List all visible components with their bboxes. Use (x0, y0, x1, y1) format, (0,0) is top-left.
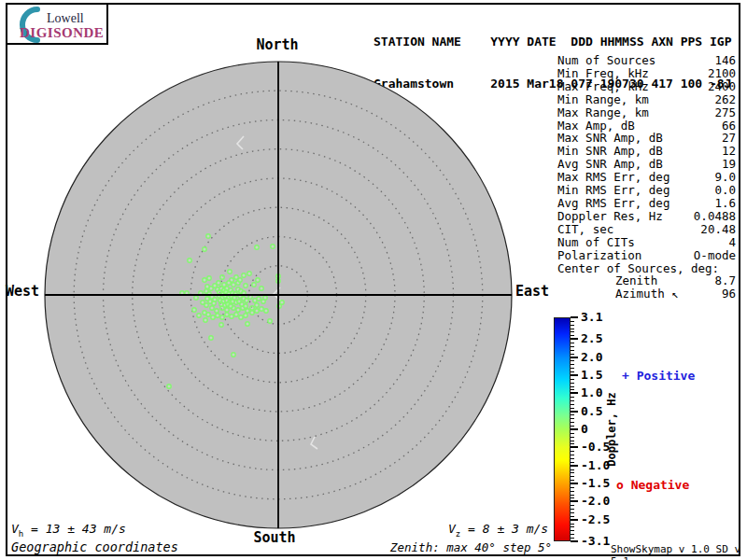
source-dot (245, 299, 248, 302)
source-dot (222, 283, 226, 287)
source-dot (244, 314, 247, 317)
source-dot (268, 319, 272, 323)
source-dot (215, 309, 218, 313)
source-dot (234, 275, 238, 279)
colorbar-tick-label: 2.5 (581, 332, 602, 345)
source-dot (207, 276, 211, 280)
source-dot (236, 308, 240, 312)
stat-label: Azimuth ↖ (557, 287, 679, 301)
colorbar-tick-label: -3.1 (581, 535, 610, 548)
lowell-digisonde-logo: Lowell DIGISONDE (6, 3, 108, 45)
colorbar-major-tick (571, 465, 578, 467)
source-dot (252, 283, 256, 287)
stat-value: 27 (722, 132, 736, 145)
source-dot (212, 301, 216, 305)
source-dot (194, 296, 198, 300)
source-dot (250, 311, 254, 315)
stat-row: Max Freq, kHz2400 (557, 80, 736, 93)
stat-value: 262 (714, 93, 736, 106)
stat-value: 20.48 (700, 223, 736, 236)
stat-value: 12 (722, 145, 736, 158)
stat-label: Avg RMS Err, deg (557, 197, 669, 210)
stat-row: Avg SNR Amp, dB19 (557, 158, 736, 171)
stat-row: Max RMS Err, deg9.0 (557, 171, 736, 184)
source-dot (244, 304, 247, 308)
colorbar-ticks: 3.12.52.01.51.00.50-0.5-1.0-1.5-2.0-2.5-… (571, 317, 627, 541)
software-version-label: ShowSkymap v 1.0 SD v 5.1 (611, 543, 747, 560)
source-dot (188, 259, 191, 262)
stat-row: Zenith8.7 (557, 274, 736, 287)
colorbar-major-tick (571, 428, 578, 430)
source-dot (246, 322, 249, 326)
stat-value: 8.7 (714, 274, 736, 287)
source-dot (205, 285, 209, 288)
colorbar-major-tick (571, 483, 578, 484)
stat-row: Max Range, km275 (557, 106, 736, 119)
stat-value: 275 (714, 106, 736, 119)
stat-value: 0.0 (714, 184, 736, 197)
colorbar-major-tick (571, 500, 578, 502)
source-dot (206, 234, 210, 238)
colorbar-tick-label: 1.5 (581, 369, 602, 382)
stat-value: 96 (722, 287, 736, 301)
source-dot (260, 307, 263, 311)
source-dot (263, 296, 267, 300)
source-dot (220, 275, 224, 279)
source-dot (220, 315, 224, 319)
colorbar-tick-label: 2.0 (581, 351, 602, 364)
stat-label: CIT, sec (557, 223, 613, 236)
source-dot (211, 315, 215, 319)
colorbar-major-tick (571, 357, 578, 358)
stat-row: Max SNR Amp, dB27 (557, 132, 736, 145)
stat-label: Min SNR Amp, dB (557, 145, 663, 158)
source-dot (257, 297, 261, 301)
stat-label: Max Range, km (557, 106, 649, 119)
north-label: North (247, 36, 307, 53)
source-dot (217, 281, 220, 285)
stat-label: Min Range, km (557, 93, 649, 106)
stat-row: Doppler Res, Hz0.0488 (557, 210, 736, 223)
source-dot (209, 336, 213, 340)
source-dot (260, 287, 263, 290)
stat-value: 19 (722, 158, 736, 171)
positive-doppler-legend: + Positive (622, 369, 695, 383)
stat-label: Max Freq, kHz (557, 80, 649, 93)
source-dot (271, 245, 275, 248)
source-dot (234, 313, 238, 316)
colorbar-tick-label: 0.5 (581, 405, 602, 418)
source-dot (192, 308, 196, 312)
skymap-polar-plot (39, 56, 517, 534)
stat-row: Min Range, km262 (557, 93, 736, 106)
negative-doppler-legend: o Negative (616, 478, 689, 492)
stat-label: Doppler Res, Hz (557, 210, 663, 223)
colorbar-major-tick (571, 392, 578, 394)
source-dot (216, 314, 219, 317)
coordinate-system-label: Geographic coordinates (11, 539, 178, 554)
source-dot (239, 315, 243, 319)
west-label: West (0, 283, 39, 300)
stat-value: O-mode (694, 249, 736, 262)
station-header-columns: STATION NAME YYYY DATE DDD HHMMSS AXN PP… (374, 35, 732, 49)
vertical-velocity-readout: Vz = 8 ± 3 m/s (448, 522, 548, 539)
source-dot (225, 313, 229, 316)
source-dot (197, 314, 201, 317)
stat-value: 2100 (708, 67, 736, 80)
stat-row: CIT, sec20.48 (557, 223, 736, 236)
colorbar-major-tick (571, 446, 578, 448)
source-dot (229, 304, 233, 308)
source-dot (255, 303, 259, 307)
colorbar-major-tick (571, 338, 578, 340)
colorbar-tick-label: -2.0 (581, 495, 610, 508)
stat-label: Polarization (557, 249, 641, 262)
logo-digisonde-text: DIGISONDE (20, 25, 104, 41)
source-dot (203, 247, 206, 251)
stat-value: 4 (728, 236, 736, 249)
stat-row: Center of Sources, deg: (557, 262, 736, 275)
source-dot (232, 353, 235, 357)
stat-row: Max Amp, dB66 (557, 119, 736, 133)
source-dot (255, 309, 259, 313)
source-dot (201, 301, 204, 304)
stat-value: 146 (714, 54, 736, 67)
stat-label: Num of CITs (557, 236, 635, 249)
zenith-range-label: Zenith: max 40° step 5° (390, 540, 552, 554)
